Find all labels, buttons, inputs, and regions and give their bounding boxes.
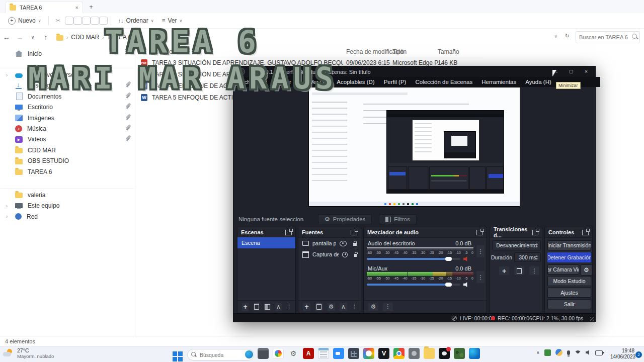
taskbar-notepad-icon[interactable] (318, 348, 329, 359)
start-button-icon[interactable] (173, 351, 177, 356)
transition-more-icon[interactable]: ⋮ (529, 266, 539, 275)
sidebar-item-este-equipo[interactable]: › Este equipo (0, 201, 134, 211)
scene-item-selected[interactable]: Escena (237, 237, 295, 248)
popout-icon[interactable] (351, 230, 357, 235)
mic-speaker-icon[interactable] (463, 282, 469, 288)
source-captura-ventana[interactable]: Captura de ven (298, 249, 361, 260)
source-pantalla-pc[interactable]: pantalla pc (298, 238, 361, 249)
bing-icon[interactable] (245, 350, 253, 358)
spinner-arrows-icon[interactable]: ▲▼ (534, 254, 539, 261)
tray-microphone-icon[interactable] (567, 350, 570, 355)
sidebar-item-tarea-6[interactable]: › TAREA 6 (0, 166, 134, 177)
remove-scene-icon[interactable] (253, 303, 260, 311)
sidebar-item-red[interactable]: › Red (0, 211, 134, 222)
menu-item[interactable]: Acoplables (D) (337, 79, 374, 85)
taskbar-camera-icon[interactable] (409, 348, 420, 359)
taskbar-obs-icon[interactable] (439, 348, 450, 359)
back-arrow-icon[interactable]: ← (0, 33, 13, 41)
filters-button[interactable]: Filtros (379, 214, 416, 224)
sources-more-icon[interactable]: ⋮ (352, 304, 357, 310)
delete-icon[interactable] (99, 17, 108, 25)
close-button[interactable]: × (580, 67, 592, 76)
taskbar-acrobat-icon[interactable] (303, 348, 314, 359)
tray-chevron-up-icon[interactable]: ∧ (536, 350, 540, 355)
lock-icon[interactable] (354, 254, 357, 257)
remove-source-icon[interactable] (315, 303, 323, 311)
forward-arrow-icon[interactable]: → (13, 33, 26, 41)
popout-icon[interactable] (532, 230, 538, 235)
taskbar-stack-icon[interactable] (258, 348, 269, 359)
start-streaming-button[interactable]: Iniciar Transmisión (547, 240, 591, 250)
sidebar-item-imagenes[interactable]: › Imágenes (0, 113, 134, 123)
desktop-audio-more-icon[interactable]: ⋮ (476, 245, 485, 257)
taskbar-calculator-icon[interactable] (348, 348, 359, 359)
explorer-search-input[interactable] (576, 31, 640, 43)
share-icon[interactable] (91, 17, 99, 25)
mic-more-icon[interactable]: ⋮ (476, 271, 485, 283)
copy-icon[interactable] (65, 17, 73, 25)
mic-volume-slider[interactable] (367, 284, 460, 286)
column-type[interactable]: Tipo (392, 48, 404, 55)
desktop-volume-slider[interactable] (367, 258, 460, 260)
properties-button[interactable]: ⚙ Propiedades (318, 214, 372, 224)
notification-badge[interactable]: 2 (635, 351, 642, 358)
lock-icon[interactable] (353, 243, 357, 246)
maximize-button[interactable]: ▢ (565, 67, 577, 76)
mixer-gear-icon[interactable]: ⚙ (368, 303, 378, 311)
rename-icon[interactable] (82, 17, 91, 25)
taskbar-search-input[interactable] (187, 349, 254, 360)
add-source-icon[interactable]: + (303, 303, 310, 311)
duration-spinbox[interactable]: 300 ms ▲▼ (514, 252, 541, 262)
menu-item[interactable]: Perfil (P) (384, 79, 407, 85)
move-scene-up-icon[interactable]: ∧ (275, 303, 282, 311)
scene-filters-icon[interactable] (264, 303, 271, 311)
refresh-icon[interactable]: ↻ (565, 33, 570, 39)
new-button[interactable]: + Nuevo∨ (4, 17, 45, 25)
popout-icon[interactable] (582, 230, 589, 235)
tray-battery-icon[interactable] (595, 350, 603, 355)
sidebar-item-musica[interactable]: › Música (0, 123, 134, 134)
column-size[interactable]: Tamaño (438, 48, 459, 55)
sidebar-item-obs-estudio[interactable]: › OBS ESTUDIO (0, 156, 134, 166)
tab-close-icon[interactable]: × (75, 5, 78, 11)
mixer-more-icon[interactable]: ⋮ (383, 303, 393, 311)
paste-icon[interactable] (73, 17, 82, 25)
visibility-eye-icon[interactable] (342, 252, 348, 257)
taskbar-capture-icon[interactable] (454, 348, 465, 359)
add-scene-icon[interactable]: + (242, 303, 249, 311)
taskbar-zoom-icon[interactable] (333, 348, 344, 359)
sidebar-item-cdd-mar[interactable]: › CDD MAR (0, 145, 134, 155)
sidebar-item-valeria[interactable]: › valeria (0, 188, 134, 200)
sidebar-item-escritorio[interactable]: › Escritorio (0, 102, 134, 113)
expander-chevron-icon[interactable]: › (6, 214, 8, 219)
exit-button[interactable]: Salir (547, 299, 591, 309)
sidebar-item-videos[interactable]: › Videos (0, 134, 134, 145)
popout-icon[interactable] (285, 230, 292, 235)
taskbar-photos-icon[interactable] (273, 348, 284, 359)
tray-volume-icon[interactable] (586, 350, 591, 355)
visibility-eye-icon[interactable] (340, 241, 347, 246)
menu-item[interactable]: Colección de Escenas (415, 79, 472, 85)
taskbar-office-icon[interactable] (363, 348, 374, 359)
sort-button[interactable]: ↑↓ Ordenar∨ (114, 17, 158, 24)
menu-item[interactable]: Herramientas (481, 79, 516, 85)
move-source-up-icon[interactable]: ∧ (340, 303, 347, 311)
source-properties-gear-icon[interactable]: ⚙ (328, 303, 335, 311)
menu-item[interactable]: Ayuda (H) (525, 79, 551, 85)
explorer-tab[interactable]: TAREA 6 × (5, 1, 83, 13)
studio-mode-button[interactable]: Modo Estudio (547, 276, 591, 286)
scenes-more-icon[interactable]: ⋮ (286, 304, 292, 310)
virtual-camera-gear-icon[interactable]: ⚙ (581, 264, 592, 276)
taskbar-clock[interactable]: 19:48 14/06/2023 (610, 348, 634, 360)
desktop-mute-speaker-icon[interactable] (463, 256, 469, 262)
transition-type-dropdown[interactable]: Desvanecimiento ▲▼ (492, 240, 541, 250)
new-tab-button[interactable]: + (87, 3, 96, 12)
stop-recording-button[interactable]: Detener Grabación (547, 252, 591, 262)
weather-widget[interactable]: 27°C Mayorm. nublado (3, 347, 54, 359)
obs-preview-canvas[interactable] (308, 87, 520, 207)
expander-chevron-icon[interactable]: › (6, 72, 8, 78)
spinner-arrows-icon[interactable]: ▲▼ (534, 242, 539, 249)
taskbar-v-app-icon[interactable] (378, 348, 389, 359)
taskbar-settings-icon[interactable] (288, 348, 299, 359)
taskbar-explorer-icon[interactable] (424, 348, 435, 359)
